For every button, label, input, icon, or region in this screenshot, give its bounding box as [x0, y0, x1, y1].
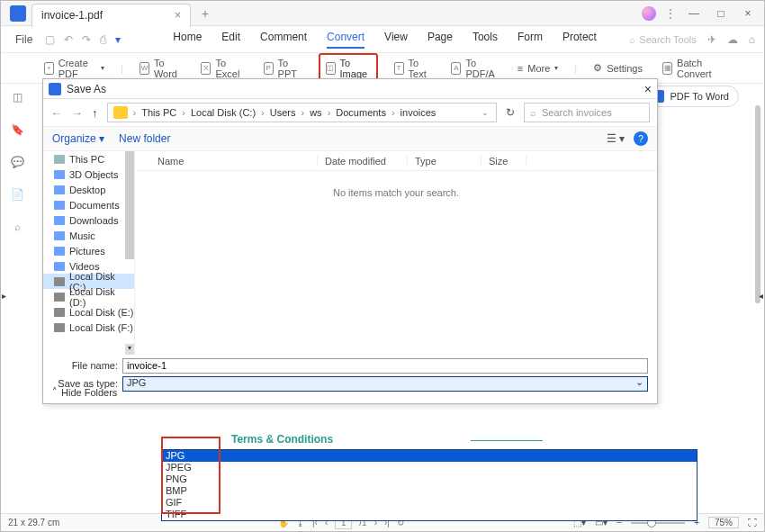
tree-scroll-down-icon[interactable]: ▾: [125, 344, 134, 355]
tab-label: invoice-1.pdf: [41, 9, 103, 22]
tree-this-pc[interactable]: This PC: [43, 151, 134, 167]
close-window-button[interactable]: ×: [739, 5, 757, 23]
tab-protect[interactable]: Protect: [562, 31, 597, 49]
send-icon[interactable]: ✈: [707, 33, 716, 46]
thumbnail-icon[interactable]: ◫: [13, 91, 22, 104]
tree-music[interactable]: Music: [43, 228, 134, 243]
vertical-scrollbar[interactable]: [755, 105, 762, 511]
tree-drive-f[interactable]: Local Disk (F:): [43, 320, 134, 335]
to-pdfa-button[interactable]: ATo PDF/A: [447, 56, 500, 81]
undo-icon[interactable]: ↶: [64, 33, 73, 46]
search-placeholder: Search invoices: [542, 107, 612, 118]
cloud-icon[interactable]: ☁: [727, 33, 738, 46]
to-word-button[interactable]: WTo Word: [136, 56, 185, 81]
to-excel-button[interactable]: XTo Excel: [197, 56, 247, 81]
menu-row: File ▢ ↶ ↷ ⎙ ▾ Home Edit Comment Convert…: [1, 26, 764, 53]
expand-left-icon[interactable]: ▸: [2, 291, 6, 301]
maximize-button[interactable]: □: [712, 5, 730, 23]
search-tools[interactable]: ⌕ Search Tools: [629, 34, 696, 45]
print-icon[interactable]: ⎙: [100, 33, 106, 46]
tree-downloads[interactable]: Downloads: [43, 212, 134, 228]
option-jpg[interactable]: JPG: [162, 450, 697, 462]
tree-documents[interactable]: Documents: [43, 197, 134, 212]
column-headers: Name Date modified Type Size: [135, 151, 657, 171]
hide-folders-button[interactable]: ˄ Hide Folders: [52, 386, 117, 398]
refresh-button[interactable]: ↻: [506, 106, 515, 119]
tab-page[interactable]: Page: [428, 31, 453, 49]
tree-drive-d[interactable]: Local Disk (D:): [43, 289, 134, 304]
tab-edit[interactable]: Edit: [221, 31, 240, 49]
dialog-close-button[interactable]: ×: [644, 82, 652, 96]
new-tab-button[interactable]: +: [202, 6, 209, 21]
up-button[interactable]: ↑: [92, 106, 98, 120]
dropdown-icon[interactable]: ▾: [115, 33, 121, 46]
tree-scrollbar[interactable]: [125, 151, 134, 259]
col-name[interactable]: Name: [150, 156, 318, 167]
col-size[interactable]: Size: [482, 156, 526, 167]
to-text-button[interactable]: TTo Text: [391, 56, 436, 81]
ppt-icon: P: [264, 62, 274, 75]
back-button[interactable]: ←: [50, 106, 62, 120]
to-ppt-button[interactable]: PTo PPT: [260, 56, 306, 81]
folder-tree[interactable]: This PC 3D Objects Desktop Documents Dow…: [43, 151, 135, 355]
file-menu[interactable]: File: [10, 33, 38, 46]
tab-close-icon[interactable]: ×: [175, 9, 181, 22]
option-tiff[interactable]: TIFF: [162, 509, 697, 520]
search-icon: ⌕: [530, 107, 536, 118]
redo-icon[interactable]: ↷: [82, 33, 91, 46]
save-type-dropdown[interactable]: JPG JPEG PNG BMP GIF TIFF: [161, 449, 698, 521]
menu-row-right: ⌕ Search Tools ✈ ☁ ⌂: [629, 33, 755, 46]
batch-convert-button[interactable]: ▦Batch Convert: [659, 56, 728, 81]
search-panel-icon[interactable]: ⌕: [14, 221, 21, 233]
save-as-dialog: Save As × ← → ↑ ›This PC ›Local Disk (C:…: [42, 78, 658, 404]
scroll-thumb[interactable]: [755, 105, 760, 303]
option-gif[interactable]: GIF: [162, 497, 697, 509]
attachment-icon[interactable]: 📄: [11, 188, 24, 201]
save-type-select[interactable]: JPG: [122, 376, 648, 392]
col-type[interactable]: Type: [408, 156, 482, 167]
comment-panel-icon[interactable]: 💬: [11, 156, 24, 168]
file-name-input[interactable]: [122, 358, 648, 374]
help-button[interactable]: ?: [634, 131, 648, 146]
tree-desktop[interactable]: Desktop: [43, 182, 134, 197]
breadcrumb-dropdown-icon[interactable]: ⌄: [482, 108, 489, 117]
tab-convert[interactable]: Convert: [327, 31, 364, 49]
new-folder-button[interactable]: New folder: [119, 132, 170, 145]
option-bmp[interactable]: BMP: [162, 485, 697, 497]
option-png[interactable]: PNG: [162, 473, 697, 485]
tab-home[interactable]: Home: [173, 31, 202, 49]
home-icon[interactable]: ⌂: [749, 33, 755, 46]
page-dimensions: 21 x 29.7 cm: [8, 518, 59, 527]
more-button[interactable]: ≡More▾: [514, 61, 562, 76]
image-icon: ◫: [326, 62, 336, 75]
col-date[interactable]: Date modified: [318, 156, 408, 167]
forward-button[interactable]: →: [71, 106, 83, 120]
search-field[interactable]: ⌕ Search invoices: [524, 103, 650, 122]
bookmark-icon[interactable]: 🔖: [11, 123, 24, 136]
tab-form[interactable]: Form: [518, 31, 543, 49]
view-button[interactable]: ☰ ▾: [607, 132, 625, 145]
tab-comment[interactable]: Comment: [260, 31, 307, 49]
doc-terms-heading: Terms & Conditions: [231, 433, 333, 446]
minimize-button[interactable]: —: [685, 5, 703, 23]
menu-tabs: Home Edit Comment Convert View Page Tool…: [173, 31, 597, 49]
tree-drive-e[interactable]: Local Disk (E:): [43, 304, 134, 320]
settings-button[interactable]: ⚙Settings: [590, 60, 646, 76]
zoom-value[interactable]: 75%: [708, 517, 739, 528]
expand-right-icon[interactable]: ◂: [759, 291, 763, 301]
document-tab[interactable]: invoice-1.pdf ×: [32, 4, 191, 27]
fullscreen-icon[interactable]: ⛶: [748, 518, 757, 527]
file-name-label: File name:: [52, 360, 122, 371]
zoom-slider[interactable]: [631, 522, 685, 524]
tab-tools[interactable]: Tools: [472, 31, 498, 49]
tab-view[interactable]: View: [384, 31, 408, 49]
tree-3d-objects[interactable]: 3D Objects: [43, 167, 134, 182]
option-jpeg[interactable]: JPEG: [162, 462, 697, 473]
profile-icon[interactable]: [642, 6, 656, 21]
save-icon[interactable]: ▢: [45, 33, 55, 46]
tree-pictures[interactable]: Pictures: [43, 243, 134, 258]
menu-dots-icon[interactable]: ⋮: [665, 7, 676, 20]
breadcrumb[interactable]: ›This PC ›Local Disk (C:) ›Users ›ws ›Do…: [107, 103, 498, 122]
create-pdf-button[interactable]: +Create PDF▾: [40, 56, 108, 81]
organize-button[interactable]: Organize ▾: [52, 132, 104, 145]
